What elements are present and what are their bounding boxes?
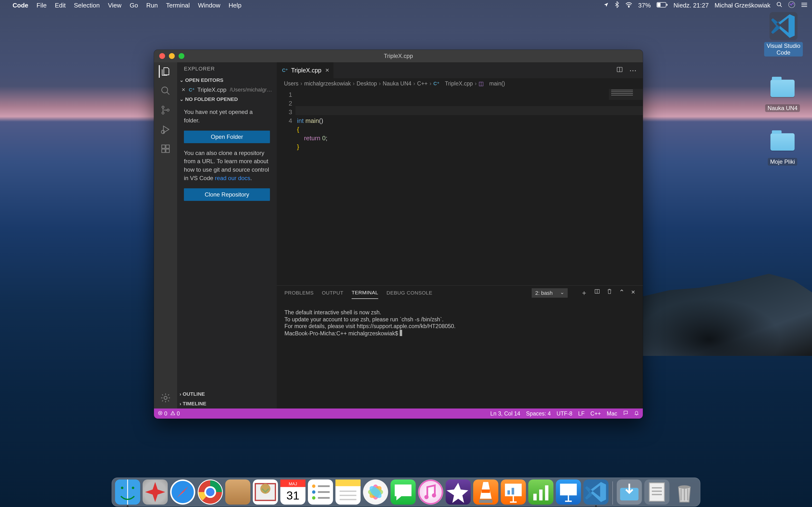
control-center-icon[interactable] xyxy=(801,2,808,9)
desktop-icon-vscode[interactable]: Visual Studio Code xyxy=(764,12,803,56)
breadcrumb-seg[interactable]: Nauka UN4 xyxy=(383,80,411,87)
dock-notes[interactable] xyxy=(336,480,361,505)
status-encoding[interactable]: UTF-8 xyxy=(557,410,572,417)
terminal-content[interactable]: The default interactive shell is now zsh… xyxy=(277,300,643,408)
titlebar[interactable]: TripleX.cpp xyxy=(154,50,643,62)
status-indent[interactable]: Spaces: 4 xyxy=(526,410,551,417)
breadcrumb[interactable]: Users› michalgrzeskowiak› Desktop› Nauka… xyxy=(277,78,643,89)
open-folder-button[interactable]: Open Folder xyxy=(184,131,270,143)
dock-downloads[interactable] xyxy=(617,480,642,505)
battery-icon[interactable] xyxy=(657,2,668,9)
svg-point-41 xyxy=(419,480,442,504)
dock-numbers[interactable] xyxy=(528,480,553,505)
more-actions-icon[interactable]: ⋯ xyxy=(629,66,637,74)
desktop-icon-folder-2[interactable]: Moje Pliki xyxy=(763,128,802,166)
status-eol[interactable]: LF xyxy=(578,410,585,417)
breadcrumb-seg[interactable]: C++ xyxy=(417,80,427,87)
dock-mail[interactable] xyxy=(253,480,278,505)
dock-calendar[interactable]: MAJ31 xyxy=(280,480,305,505)
read-docs-link[interactable]: read our docs xyxy=(215,175,250,181)
menu-run[interactable]: Run xyxy=(146,2,158,9)
new-terminal-icon[interactable]: ＋ xyxy=(581,288,588,297)
close-panel-icon[interactable]: × xyxy=(631,288,635,297)
maximize-panel-icon[interactable]: ⌃ xyxy=(619,288,624,297)
app-menu[interactable]: Code xyxy=(12,2,28,9)
activity-search-icon[interactable] xyxy=(159,84,172,97)
terminal-select[interactable]: 2: bash xyxy=(532,288,568,298)
open-editor-item[interactable]: × C⁺ TripleX.cpp /Users/michalgrzesko... xyxy=(177,85,277,95)
breadcrumb-seg[interactable]: C⁺ TripleX.cpp xyxy=(433,80,473,87)
menu-terminal[interactable]: Terminal xyxy=(166,2,190,9)
close-tab-icon[interactable]: × xyxy=(324,65,330,75)
svg-point-53 xyxy=(678,485,691,489)
dock-contacts[interactable] xyxy=(225,480,250,505)
dock-finder[interactable] xyxy=(115,480,140,505)
panel-tab-debug[interactable]: DEBUG CONSOLE xyxy=(387,287,433,299)
desktop-icon-folder-1[interactable]: Nauka UN4 xyxy=(763,74,802,112)
status-problems[interactable]: 0 0 xyxy=(158,410,180,417)
dock-imovie[interactable] xyxy=(446,480,471,505)
dock-messages[interactable] xyxy=(391,480,416,505)
status-cursor[interactable]: Ln 3, Col 14 xyxy=(490,410,520,417)
dock-keynote-orange[interactable] xyxy=(501,480,526,505)
no-folder-section[interactable]: ⌄NO FOLDER OPENED xyxy=(177,95,277,104)
activity-explorer-icon[interactable] xyxy=(159,65,171,78)
menubar-clock[interactable]: Niedz. 21:27 xyxy=(673,2,709,9)
dock-reminders[interactable] xyxy=(308,480,333,505)
dock-safari[interactable] xyxy=(170,480,195,505)
activity-debug-icon[interactable] xyxy=(159,123,172,136)
bluetooth-icon[interactable] xyxy=(615,1,619,10)
close-icon[interactable]: × xyxy=(181,86,186,94)
status-language[interactable]: C++ xyxy=(591,410,601,417)
svg-point-0 xyxy=(628,6,629,7)
dock-photos[interactable] xyxy=(363,480,388,505)
breadcrumb-seg[interactable]: Desktop xyxy=(356,80,377,87)
location-services-icon[interactable] xyxy=(603,2,609,9)
panel-tab-problems[interactable]: PROBLEMS xyxy=(285,287,314,299)
dock-itunes[interactable] xyxy=(418,480,443,505)
code-content[interactable]: int main(){ return 0;} xyxy=(297,89,643,285)
dock-vlc[interactable] xyxy=(473,480,498,505)
split-terminal-icon[interactable] xyxy=(594,288,600,297)
menu-file[interactable]: File xyxy=(37,2,47,9)
breadcrumb-symbol[interactable]: ◫ main() xyxy=(478,80,505,87)
panel-tab-output[interactable]: OUTPUT xyxy=(322,287,343,299)
menu-window[interactable]: Window xyxy=(198,2,220,9)
clone-repo-button[interactable]: Clone Repository xyxy=(184,188,270,201)
menu-edit[interactable]: Edit xyxy=(55,2,66,9)
dock-keynote[interactable] xyxy=(556,480,581,505)
window-title: TripleX.cpp xyxy=(154,53,643,59)
dock-vscode[interactable] xyxy=(583,480,609,505)
menu-help[interactable]: Help xyxy=(229,2,242,9)
activity-extensions-icon[interactable] xyxy=(159,143,172,155)
dock-launchpad[interactable] xyxy=(143,480,168,505)
wifi-icon[interactable] xyxy=(625,2,632,9)
minimap[interactable] xyxy=(609,89,643,100)
breadcrumb-seg[interactable]: michalgrzeskowiak xyxy=(304,80,351,87)
editor-tab[interactable]: C⁺ TripleX.cpp × xyxy=(277,62,334,78)
outline-section[interactable]: ›OUTLINE xyxy=(177,389,277,399)
status-feedback-icon[interactable] xyxy=(623,410,628,417)
spotlight-icon[interactable] xyxy=(776,1,782,9)
open-editors-section[interactable]: ⌄OPEN EDITORS xyxy=(177,75,277,85)
battery-percent[interactable]: 37% xyxy=(638,2,651,9)
siri-icon[interactable] xyxy=(788,1,795,10)
editor-tab-name: TripleX.cpp xyxy=(291,67,321,74)
timeline-section[interactable]: ›TIMELINE xyxy=(177,399,277,408)
status-bell-icon[interactable] xyxy=(634,410,639,417)
dock-chrome[interactable] xyxy=(198,480,223,505)
menu-view[interactable]: View xyxy=(108,2,121,9)
breadcrumb-seg[interactable]: Users xyxy=(284,80,298,87)
menubar-user[interactable]: Michał Grześkowiak xyxy=(715,2,770,9)
dock-documents[interactable] xyxy=(644,480,669,505)
kill-terminal-icon[interactable] xyxy=(607,288,612,297)
menu-selection[interactable]: Selection xyxy=(74,2,100,9)
dock-trash[interactable] xyxy=(672,480,697,505)
split-editor-icon[interactable] xyxy=(616,66,623,74)
activity-scm-icon[interactable] xyxy=(159,104,172,116)
status-os[interactable]: Mac xyxy=(607,410,617,417)
menu-go[interactable]: Go xyxy=(130,2,138,9)
activity-settings-icon[interactable] xyxy=(159,392,172,404)
code-editor[interactable]: 1234 int main(){ return 0;} xyxy=(277,89,643,285)
panel-tab-terminal[interactable]: TERMINAL xyxy=(352,287,378,299)
